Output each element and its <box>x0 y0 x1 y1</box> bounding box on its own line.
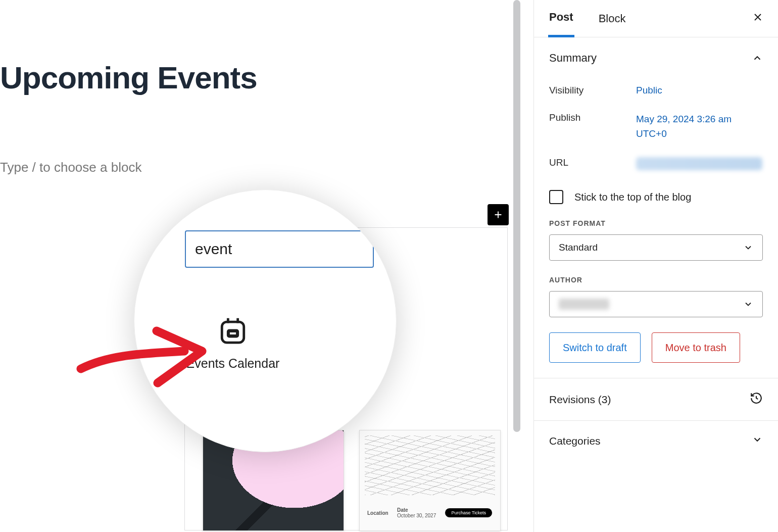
author-select[interactable] <box>549 291 763 317</box>
revisions-icon <box>750 392 763 407</box>
summary-heading: Summary <box>549 52 597 65</box>
add-block-button[interactable] <box>488 204 509 225</box>
tab-post[interactable]: Post <box>548 0 574 37</box>
chevron-down-icon <box>752 434 763 445</box>
settings-sidebar: Post Block Summary Visibility Public Pub… <box>533 0 778 532</box>
block-result-events-calendar[interactable]: Events Calendar <box>185 316 281 372</box>
block-result-label: Events Calendar <box>186 355 280 372</box>
revisions-label: Revisions (3) <box>549 394 611 406</box>
url-label: URL <box>549 157 630 168</box>
author-value <box>559 299 609 310</box>
post-format-heading: POST FORMAT <box>549 219 763 227</box>
pattern-location-label: Location <box>367 510 388 516</box>
stick-to-top-checkbox[interactable] <box>549 190 563 204</box>
categories-panel-header[interactable]: Categories <box>534 420 778 461</box>
categories-label: Categories <box>549 435 601 447</box>
history-icon <box>750 392 763 405</box>
block-placeholder-prompt[interactable]: Type / to choose a block <box>0 160 141 175</box>
stick-to-top-label: Stick to the top of the blog <box>574 191 691 203</box>
pattern-thumbnail[interactable]: Location Date October 30, 2027 Purchase … <box>359 430 501 531</box>
block-search-field-wrap <box>185 230 374 268</box>
plus-icon <box>493 209 504 220</box>
magnifier-lens: Events Calendar <box>134 189 397 452</box>
pattern-date-label: Date <box>397 507 436 513</box>
chevron-up-icon <box>752 53 763 64</box>
summary-panel-header[interactable]: Summary <box>534 37 778 77</box>
sidebar-tabs: Post Block <box>534 0 778 37</box>
events-calendar-icon <box>218 316 248 345</box>
close-icon <box>752 11 764 23</box>
stick-to-top-checkbox-row[interactable]: Stick to the top of the blog <box>549 181 763 219</box>
chevron-down-icon <box>743 243 753 253</box>
editor-scrollbar[interactable] <box>513 0 520 432</box>
switch-to-draft-button[interactable]: Switch to draft <box>549 332 641 363</box>
close-sidebar-button[interactable] <box>752 11 764 26</box>
revisions-panel-header[interactable]: Revisions (3) <box>534 378 778 420</box>
visibility-label: Visibility <box>549 85 630 96</box>
url-value[interactable] <box>636 157 763 173</box>
post-format-select[interactable]: Standard <box>549 234 763 261</box>
move-to-trash-button[interactable]: Move to trash <box>652 332 740 363</box>
tab-block[interactable]: Block <box>598 1 627 36</box>
summary-panel-body: Visibility Public Publish May 29, 2024 3… <box>534 77 778 378</box>
post-title[interactable]: Upcoming Events <box>0 60 257 95</box>
publish-value[interactable]: May 29, 2024 3:26 am UTC+0 <box>636 112 763 141</box>
author-heading: AUTHOR <box>549 276 763 284</box>
block-search-input[interactable] <box>195 240 387 258</box>
visibility-value[interactable]: Public <box>636 85 763 96</box>
publish-label: Publish <box>549 112 630 123</box>
chevron-down-icon <box>743 299 753 309</box>
pattern-date-value: October 30, 2027 <box>397 513 436 518</box>
post-format-value: Standard <box>559 242 598 253</box>
pattern-cta-button: Purchase Tickets <box>445 508 493 518</box>
